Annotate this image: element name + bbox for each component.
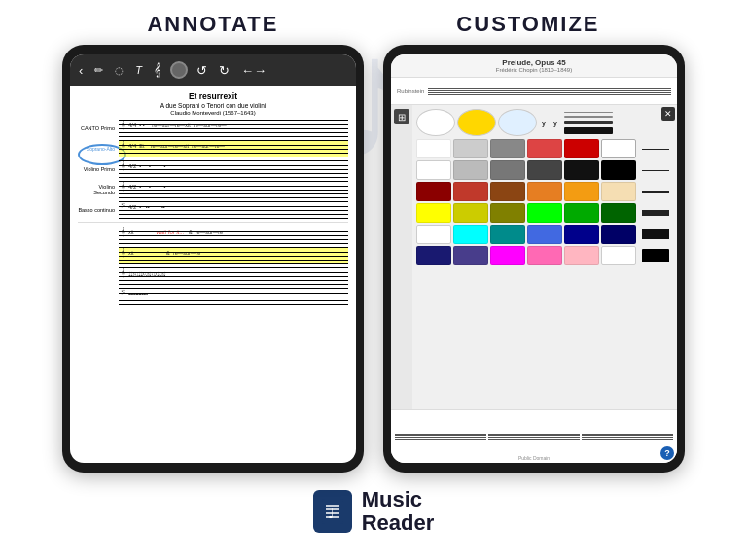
bottom-staff-row-3: 𝄞 ♩♩♪♫♩♩♪♫♪♩♫♪♩♫♪♩ bbox=[78, 267, 348, 285]
annotate-screen: ‹ ✏ ◌ T 𝄞 ↺ ↻ ←→ Et resurrexit A due Sop… bbox=[70, 54, 356, 463]
bottom-staff-3: 𝄞 ♩♩♪♫♩♩♪♫♪♩♫♪♩♫♪♩ bbox=[119, 267, 348, 285]
public-domain-label: Public Domain bbox=[518, 455, 550, 461]
music-reader-logo-svg: ♩ bbox=[320, 497, 345, 526]
pen-sample-yellow[interactable] bbox=[457, 109, 496, 136]
color-wheat[interactable] bbox=[601, 182, 636, 201]
color-light-gray[interactable] bbox=[453, 139, 488, 158]
customize-tablet: Prelude, Opus 45 Frédéric Chopin (1810–1… bbox=[383, 45, 685, 472]
bottom-staff-1: 𝄞 xit wait for it... & re—sur—re bbox=[119, 227, 348, 244]
color-brown[interactable] bbox=[490, 182, 525, 201]
app-footer: ♩ MusicReader bbox=[0, 478, 747, 544]
sheet-music-area: Et resurrexit A due Soprani o Tenori con… bbox=[70, 86, 356, 463]
customize-score-header: Prelude, Opus 45 Frédéric Chopin (1810–1… bbox=[391, 54, 677, 78]
bottom-staff-row-4: 𝄢 •• •• • •• •• • •• • bbox=[78, 288, 348, 305]
staff-row-canto: CANTO Primo 𝄞 4/4 • • re—sur—re—xit re—s… bbox=[78, 120, 348, 137]
thickness-line-cell-1[interactable] bbox=[638, 139, 673, 158]
annotate-tablet: ‹ ✏ ◌ T 𝄞 ↺ ↻ ←→ Et resurrexit A due Sop… bbox=[62, 45, 364, 472]
redo-icon[interactable]: ↻ bbox=[216, 62, 232, 79]
staff-lines-basso: 𝄢 4/2 • •• •• bbox=[119, 201, 348, 219]
thickness-line-cell-2[interactable] bbox=[638, 160, 673, 180]
annotation-toolbar: ‹ ✏ ◌ T 𝄞 ↺ ↻ ←→ bbox=[70, 54, 356, 86]
voice-label-soprano: Soprano-Alto bbox=[78, 146, 115, 152]
pen-samples-row: y y bbox=[416, 109, 673, 136]
color-orange[interactable] bbox=[527, 182, 562, 201]
color-white-3[interactable] bbox=[416, 225, 451, 244]
thickness-very-thick[interactable] bbox=[564, 127, 613, 134]
sheet-composer: Claudio Monteverdi (1567–1643) bbox=[78, 110, 348, 116]
color-near-black[interactable] bbox=[564, 160, 599, 180]
thickness-line-cell-4[interactable] bbox=[638, 203, 673, 223]
bottom-staff-row-1: 𝄞 xit wait for it... & re—sur—re bbox=[78, 227, 348, 244]
color-amber[interactable] bbox=[564, 182, 599, 201]
pencil-icon[interactable]: ✏ bbox=[91, 63, 106, 78]
staff-row-violin2: Violino Secundo 𝄞 4/2 • • • bbox=[78, 181, 348, 198]
thickness-thick[interactable] bbox=[564, 121, 613, 124]
color-green[interactable] bbox=[564, 203, 599, 223]
thickness-line-cell-5[interactable] bbox=[638, 225, 673, 244]
staff-row-soprano: Soprano-Alto 𝄞 4/4 Et re—sur—re—xit re—s… bbox=[78, 140, 348, 158]
bottom-score-section: Public Domain ? bbox=[391, 409, 677, 463]
color-panel-main: ✕ y y bbox=[412, 105, 677, 409]
sheet-title: Et resurrexit bbox=[78, 91, 348, 101]
sheet-subtitle: A due Soprani o Tenori con due violini bbox=[78, 102, 348, 109]
color-royal-blue[interactable] bbox=[527, 225, 562, 244]
color-hot-pink[interactable] bbox=[527, 246, 562, 265]
thickness-line-cell-6[interactable] bbox=[638, 246, 673, 265]
color-indigo[interactable] bbox=[453, 246, 488, 265]
close-button[interactable]: ✕ bbox=[661, 107, 675, 121]
music-clef-icon[interactable]: 𝄞 bbox=[151, 61, 164, 79]
color-black[interactable] bbox=[601, 139, 636, 158]
color-silver[interactable] bbox=[453, 160, 488, 180]
color-navy[interactable] bbox=[601, 225, 636, 244]
color-teal[interactable] bbox=[490, 225, 525, 244]
staff-row-violin1: Violino Primo 𝄞 4/2 • • • bbox=[78, 160, 348, 178]
back-button[interactable]: ‹ bbox=[76, 62, 86, 79]
thickness-thin[interactable] bbox=[564, 112, 613, 113]
color-black-2[interactable] bbox=[601, 160, 636, 180]
lasso-icon[interactable]: ◌ bbox=[112, 64, 126, 77]
color-dark-gray[interactable] bbox=[527, 139, 562, 158]
color-medium-gray[interactable] bbox=[490, 160, 525, 180]
staff-lines-violin1: 𝄞 4/2 • • • bbox=[119, 160, 348, 178]
customize-heading: CUSTOMIZE bbox=[456, 12, 599, 37]
pen-sample-cyan[interactable] bbox=[498, 109, 537, 136]
help-button[interactable]: ? bbox=[660, 446, 674, 460]
color-crimson[interactable] bbox=[453, 182, 488, 201]
color-dark-red[interactable] bbox=[416, 182, 451, 201]
color-dark-green[interactable] bbox=[601, 203, 636, 223]
color-lime[interactable] bbox=[527, 203, 562, 223]
color-cyan[interactable] bbox=[453, 225, 488, 244]
color-midnight[interactable] bbox=[416, 246, 451, 265]
customize-score-composer: Frédéric Chopin (1810–1849) bbox=[395, 67, 673, 73]
color-dark[interactable] bbox=[527, 160, 562, 180]
color-yellow[interactable] bbox=[416, 203, 451, 223]
pen-sample-white[interactable] bbox=[416, 109, 455, 136]
color-dark-blue[interactable] bbox=[564, 225, 599, 244]
color-white-2[interactable] bbox=[416, 160, 451, 180]
customize-score-title: Prelude, Opus 45 bbox=[395, 58, 673, 67]
undo-icon[interactable]: ↺ bbox=[194, 62, 210, 79]
color-white[interactable] bbox=[416, 139, 451, 158]
text-tool-icon[interactable]: T bbox=[132, 63, 145, 77]
color-white-4[interactable] bbox=[601, 246, 636, 265]
thickness-medium[interactable] bbox=[564, 116, 613, 118]
color-gray[interactable] bbox=[490, 139, 525, 158]
color-circle-active[interactable] bbox=[170, 61, 188, 79]
navigate-icon[interactable]: ←→ bbox=[238, 62, 269, 79]
voice-label-basso: Basso continuo bbox=[78, 207, 115, 213]
color-light-pink[interactable] bbox=[564, 246, 599, 265]
bottom-staff-row-2: 𝄞 xit & re—sur—re bbox=[78, 247, 348, 264]
color-dark-yellow[interactable] bbox=[453, 203, 488, 223]
color-magenta[interactable] bbox=[490, 246, 525, 265]
staff-lines-soprano: 𝄞 4/4 Et re—sur—re—xit re—sur—re— bbox=[119, 140, 348, 158]
color-red-bright[interactable] bbox=[564, 139, 599, 158]
grid-icon[interactable]: ⊞ bbox=[394, 109, 409, 124]
voice-label-canto: CANTO Primo bbox=[78, 125, 115, 131]
customize-mini-score-top: Rubinstein bbox=[391, 78, 677, 105]
thickness-line-cell-3[interactable] bbox=[638, 182, 673, 201]
bottom-staff-4: 𝄢 •• •• • •• •• • •• • bbox=[119, 288, 348, 305]
pen-tool-label-y2: y bbox=[553, 120, 557, 126]
staff-lines-violin2: 𝄞 4/2 • • • bbox=[119, 181, 348, 198]
thickness-selector bbox=[564, 112, 613, 134]
color-olive[interactable] bbox=[490, 203, 525, 223]
